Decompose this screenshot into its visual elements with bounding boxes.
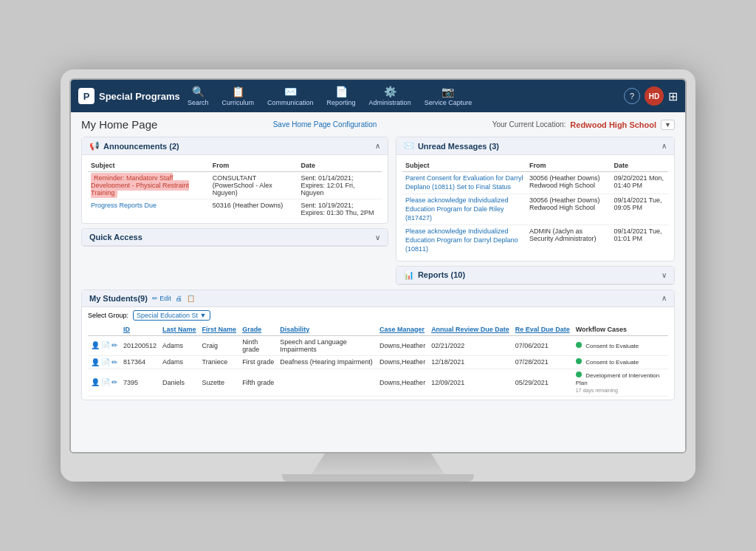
save-config-link[interactable]: Save Home Page Configuration xyxy=(273,120,377,129)
col-grade[interactable]: Grade xyxy=(239,324,277,336)
nav-service-capture[interactable]: 📷 Service Capture xyxy=(419,83,478,109)
table-row: Parent Consent for Evaluation for Darryl… xyxy=(402,172,668,194)
student-detail-icon[interactable]: 👤 xyxy=(91,358,100,366)
student-detail-icon[interactable]: 👤 xyxy=(91,378,100,386)
student-first-0: Craig xyxy=(199,335,240,355)
students-section: My Students(9) ✏ Edit 🖨 📋 ∧ Select Group… xyxy=(81,290,675,400)
nav-search[interactable]: 🔍 Search xyxy=(182,83,215,109)
app-header: P Special Programs 🔍 Search 📋 Curriculum… xyxy=(71,80,685,112)
student-workflow-0: Consent to Evaluate xyxy=(573,335,668,355)
announcements-toggle[interactable]: ∧ xyxy=(375,142,380,150)
nav-administration[interactable]: ⚙️ Administration xyxy=(363,83,417,109)
announcement-link[interactable]: Progress Reports Due xyxy=(91,202,157,209)
student-doc-icon[interactable]: 📄 xyxy=(101,358,110,366)
table-row: Progress Reports Due 50316 (Heather Down… xyxy=(88,199,382,219)
student-id-0: 201200512 xyxy=(120,335,159,355)
students-body: Select Group: Special Education St ▼ ID … xyxy=(82,307,674,400)
page-content: My Home Page Save Home Page Configuratio… xyxy=(71,112,685,452)
nav-communication[interactable]: ✉️ Communication xyxy=(261,83,320,109)
msg-col-subject: Subject xyxy=(402,160,526,172)
reporting-icon: 📄 xyxy=(335,86,348,97)
group-select[interactable]: Special Education St ▼ xyxy=(133,310,210,321)
student-cm-1: Downs,Heather xyxy=(377,355,428,369)
students-table: ID Last Name First Name Grade Disability… xyxy=(88,324,668,397)
students-toggle[interactable]: ∧ xyxy=(662,294,667,302)
messages-toggle[interactable]: ∧ xyxy=(662,142,667,150)
quick-access-toggle[interactable]: ∨ xyxy=(375,233,380,242)
student-grade-2: Fifth grade xyxy=(239,369,277,396)
announcement-highlight[interactable]: Reminder: Mandatory Staff Development - … xyxy=(91,173,189,198)
location-label: Your Current Location: xyxy=(492,120,566,129)
msg-subject-0[interactable]: Parent Consent for Evaluation for Darryl… xyxy=(405,174,523,191)
col-disability[interactable]: Disability xyxy=(277,324,377,336)
page-header-row: My Home Page Save Home Page Configuratio… xyxy=(81,118,675,131)
announcement-date-1: Sent: 10/19/2021; Expires: 01:30 Thu, 2P… xyxy=(298,199,382,219)
location-dropdown[interactable]: ▼ xyxy=(661,120,675,130)
quick-access-title: Quick Access xyxy=(89,233,142,242)
student-first-2: Suzette xyxy=(199,369,240,396)
row-icons: 👤 📄 ✏ xyxy=(91,358,117,366)
location-value: Redwood High School xyxy=(570,120,656,129)
col-last-name[interactable]: Last Name xyxy=(159,324,199,336)
col-case-manager[interactable]: Case Manager xyxy=(377,324,428,336)
student-disability-2 xyxy=(277,369,377,396)
messages-header[interactable]: ✉️ Unread Messages (3) ∧ xyxy=(396,137,674,155)
col-annual-review[interactable]: Annual Review Due Date xyxy=(428,324,512,336)
megaphone-icon: 📢 xyxy=(89,141,100,151)
announcements-panel: 📢 Announcements (2) ∧ Subject From xyxy=(81,137,388,224)
student-detail-icon[interactable]: 👤 xyxy=(91,341,100,349)
student-doc-icon[interactable]: 📄 xyxy=(101,378,110,386)
two-col-layout: 📢 Announcements (2) ∧ Subject From xyxy=(81,137,675,285)
user-avatar[interactable]: HD xyxy=(645,86,664,106)
nav-search-label: Search xyxy=(188,99,209,106)
nav-curriculum[interactable]: 📋 Curriculum xyxy=(216,83,261,109)
col-re-eval[interactable]: Re Eval Due Date xyxy=(512,324,573,336)
help-button[interactable]: ? xyxy=(624,88,640,104)
announcements-body: Subject From Date Reminder: Mandatory St… xyxy=(82,155,388,223)
students-title: My Students(9) xyxy=(89,294,148,303)
students-edit[interactable]: ✏ Edit xyxy=(152,295,171,302)
col-first-name[interactable]: First Name xyxy=(199,324,240,336)
messages-table: Subject From Date Parent Consent for Eva… xyxy=(402,160,668,256)
col-subject: Subject xyxy=(88,160,210,172)
msg-date-1: 09/14/2021 Tue, 09:05 PM xyxy=(611,194,668,225)
workflow-label-1: Consent to Evaluate xyxy=(585,359,639,366)
student-re-2: 05/29/2021 xyxy=(512,369,573,396)
brand-name: Special Programs xyxy=(99,91,180,102)
table-row: Please acknowledge Individualized Educat… xyxy=(402,225,668,256)
student-cm-2: Downs,Heather xyxy=(377,369,428,396)
msg-subject-2[interactable]: Please acknowledge Individualized Educat… xyxy=(405,227,518,252)
grid-menu-button[interactable]: ⊞ xyxy=(668,89,678,103)
nav-reporting-label: Reporting xyxy=(327,99,356,106)
quick-access-header[interactable]: Quick Access ∨ xyxy=(82,229,388,246)
row-icons: 👤 📄 ✏ xyxy=(91,341,117,349)
msg-date-0: 09/20/2021 Mon, 01:40 PM xyxy=(611,172,668,194)
student-last-2: Daniels xyxy=(159,369,199,396)
reports-panel: 📊 Reports (10) ∨ xyxy=(396,266,675,285)
col-from: From xyxy=(210,160,298,172)
table-row: 👤 📄 ✏ 201200512 Adams Craig Ninth grade … xyxy=(88,335,668,355)
student-workflow-1: Consent to Evaluate xyxy=(573,355,668,369)
msg-from-0: 30056 (Heather Downs) Redwood High Schoo… xyxy=(526,172,611,194)
reports-header[interactable]: 📊 Reports (10) ∨ xyxy=(396,267,674,284)
student-grade-0: Ninth grade xyxy=(239,335,277,355)
msg-subject-1[interactable]: Please acknowledge Individualized Educat… xyxy=(405,196,509,221)
students-print[interactable]: 🖨 xyxy=(176,295,182,302)
msg-from-2: ADMIN (Jaclyn as Security Administrator) xyxy=(526,225,611,256)
reports-toggle[interactable]: ∨ xyxy=(662,271,667,279)
messages-body: Subject From Date Parent Consent for Eva… xyxy=(396,155,674,261)
col-right: ✉️ Unread Messages (3) ∧ Subject From xyxy=(396,137,675,285)
students-copy[interactable]: 📋 xyxy=(187,295,195,302)
announcement-date-0: Sent: 01/14/2021; Expires: 12:01 Fri, Ng… xyxy=(298,172,382,199)
student-doc-icon[interactable]: 📄 xyxy=(101,341,110,349)
nav-reporting[interactable]: 📄 Reporting xyxy=(321,83,362,109)
student-edit-icon[interactable]: ✏ xyxy=(111,378,117,386)
workflow-label-2: Development of Intervention Plan xyxy=(576,372,660,386)
students-panel-header: My Students(9) ✏ Edit 🖨 📋 ∧ xyxy=(82,290,674,307)
envelope-icon: ✉️ xyxy=(404,141,414,151)
student-edit-icon[interactable]: ✏ xyxy=(111,358,117,366)
announcements-header[interactable]: 📢 Announcements (2) ∧ xyxy=(82,137,388,155)
col-id[interactable]: ID xyxy=(120,324,159,336)
messages-title: ✉️ Unread Messages (3) xyxy=(404,141,499,151)
student-edit-icon[interactable]: ✏ xyxy=(111,341,117,349)
